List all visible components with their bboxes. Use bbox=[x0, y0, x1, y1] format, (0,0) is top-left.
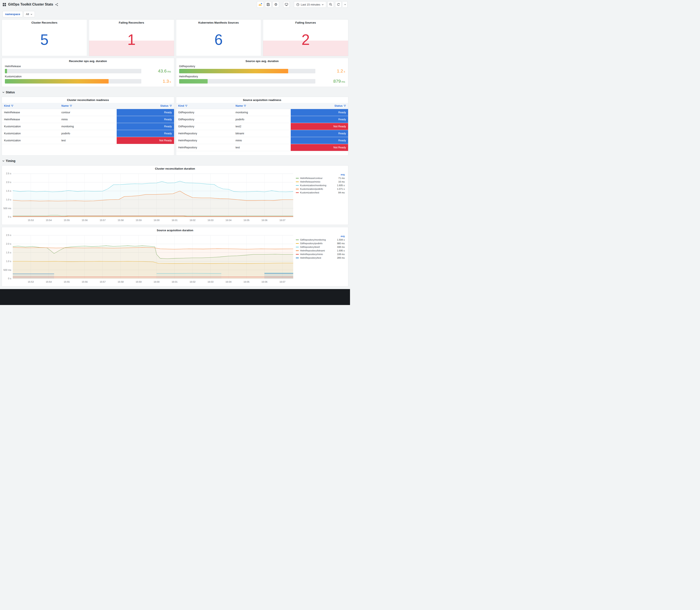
panel-reconciler-ops-duration: Reconciler ops avg. duration HelmRelease… bbox=[2, 58, 174, 87]
status-badge: Not Ready bbox=[117, 137, 174, 144]
time-range-picker[interactable]: Last 15 minutes bbox=[294, 1, 326, 7]
panel-failing-reconcilers: Failing Reconcilers 1 bbox=[89, 19, 174, 56]
timeseries-plot[interactable]: 0 s500 ms1.0 s1.5 s2.0 s2.5 s15:5315:541… bbox=[2, 233, 296, 284]
chevron-down-icon bbox=[30, 13, 33, 15]
svg-text:15:56: 15:56 bbox=[82, 280, 87, 283]
svg-text:15:57: 15:57 bbox=[100, 219, 105, 222]
column-header-name[interactable]: Name bbox=[59, 103, 117, 109]
panel-title[interactable]: Cluster reconciliation readiness bbox=[2, 97, 174, 103]
legend-item[interactable]: GitRepository/monitoring1.594 s bbox=[296, 238, 345, 242]
svg-text:2.5 s: 2.5 s bbox=[6, 172, 12, 175]
zoom-out-button[interactable] bbox=[327, 1, 334, 7]
legend-item[interactable]: Kustomization/monitoring1.605 s bbox=[296, 183, 345, 187]
section-row-status[interactable]: Status bbox=[2, 90, 348, 95]
settings-gear-button[interactable]: ⚙ bbox=[273, 1, 279, 7]
table-row: KustomizationpodinfoReady bbox=[2, 130, 174, 137]
refresh-button[interactable] bbox=[335, 1, 342, 7]
save-dashboard-button[interactable] bbox=[265, 1, 271, 7]
legend-item[interactable]: GitRepository/test2338 ms bbox=[296, 245, 345, 249]
gauge-label: HelmRepository bbox=[179, 75, 345, 78]
share-icon[interactable] bbox=[55, 3, 58, 6]
svg-text:16:06: 16:06 bbox=[261, 219, 267, 222]
column-header-kind[interactable]: Kind bbox=[176, 103, 233, 109]
variable-namespace-label[interactable]: namespace bbox=[2, 11, 23, 17]
variable-namespace-value[interactable]: All bbox=[23, 11, 35, 17]
panel-title[interactable]: Source acquisition readiness bbox=[176, 97, 348, 103]
chart-legend: avgHelmRelease/contour71 msHelmRelease/m… bbox=[296, 172, 347, 223]
series-color-mark bbox=[296, 240, 299, 240]
status-badge: Ready bbox=[117, 109, 174, 116]
panel-title[interactable]: Cluster reconciliation duration bbox=[2, 165, 348, 172]
status-badge: Ready bbox=[117, 123, 174, 130]
table-row: HelmRepositoryminioReady bbox=[176, 137, 348, 144]
dashboards-grid-icon[interactable] bbox=[2, 3, 6, 6]
legend-item[interactable]: Kustomization/podinfo1.071 s bbox=[296, 187, 345, 191]
add-panel-button[interactable] bbox=[257, 1, 264, 7]
table-row: HelmRepositorybitnamiReady bbox=[176, 130, 348, 137]
gauge-bar bbox=[5, 69, 7, 73]
section-title: Status bbox=[6, 91, 15, 94]
timeseries-plot[interactable]: 0 s500 ms1.0 s1.5 s2.0 s2.5 s15:5315:541… bbox=[2, 172, 296, 223]
legend-item[interactable]: HelmRepository/minio108 ms bbox=[296, 253, 345, 256]
filter-icon bbox=[70, 105, 72, 107]
column-header-status[interactable]: Status bbox=[291, 103, 348, 109]
svg-text:16:05: 16:05 bbox=[244, 219, 249, 222]
chart-legend: avgGitRepository/monitoring1.594 sGitRep… bbox=[296, 233, 347, 284]
series-name: HelmRepository/minio bbox=[300, 253, 323, 256]
legend-item[interactable]: HelmRelease/minio16 ms bbox=[296, 180, 345, 183]
series-avg-value: 84 ms bbox=[338, 191, 345, 194]
legend-item[interactable]: Kustomization/test84 ms bbox=[296, 191, 345, 194]
gauge-track bbox=[5, 69, 141, 73]
svg-text:16:07: 16:07 bbox=[279, 280, 286, 283]
table-row: GitRepositorypodinfoReady bbox=[176, 116, 348, 123]
panel-title[interactable]: Source ops avg. duration bbox=[176, 58, 348, 64]
legend-item[interactable]: HelmRepository/test289 ms bbox=[296, 256, 345, 260]
panel-title[interactable]: Source acquisition duration bbox=[2, 227, 348, 233]
gauge-track bbox=[179, 69, 315, 73]
svg-text:16:04: 16:04 bbox=[226, 219, 231, 222]
legend-item[interactable]: HelmRepository/bitnami1.695 s bbox=[296, 249, 345, 253]
series-name: GitRepository/test2 bbox=[300, 245, 320, 249]
table-row: KustomizationtestNot Ready bbox=[2, 137, 174, 144]
series-color-mark bbox=[296, 181, 299, 182]
legend-avg-header: avg bbox=[296, 235, 345, 237]
svg-text:16:04: 16:04 bbox=[226, 280, 231, 283]
legend-avg-header: avg bbox=[296, 173, 345, 176]
gauges-row: Reconciler ops avg. duration HelmRelease… bbox=[2, 58, 348, 87]
chevron-down-icon bbox=[2, 91, 5, 94]
gauge-row: Kustomization 1.3s bbox=[5, 75, 171, 84]
series-avg-value: 1.071 s bbox=[337, 187, 345, 191]
gear-icon: ⚙ bbox=[274, 3, 278, 6]
svg-text:2.5 s: 2.5 s bbox=[6, 234, 12, 237]
series-color-mark bbox=[296, 178, 299, 178]
legend-item[interactable]: GitRepository/podinfo980 ms bbox=[296, 242, 345, 245]
gauge-value: 879ms bbox=[318, 79, 345, 84]
column-header-kind[interactable]: Kind bbox=[2, 103, 59, 109]
series-color-mark bbox=[296, 258, 299, 258]
stat-value: 2 bbox=[263, 23, 348, 56]
column-header-status[interactable]: Status bbox=[117, 103, 174, 109]
panel-title[interactable]: Reconciler ops avg. duration bbox=[2, 58, 174, 64]
panel-source-acquisition-duration: Source acquisition duration 0 s500 ms1.0… bbox=[2, 227, 348, 287]
series-avg-value: 108 ms bbox=[337, 253, 345, 256]
status-badge: Not Ready bbox=[291, 144, 348, 151]
table-row: HelmReleaseminioReady bbox=[2, 116, 174, 123]
svg-text:16:01: 16:01 bbox=[172, 280, 177, 283]
legend-item[interactable]: HelmRelease/contour71 ms bbox=[296, 176, 345, 180]
column-header-name[interactable]: Name bbox=[233, 103, 291, 109]
status-badge: Ready bbox=[117, 130, 174, 137]
filter-icon bbox=[244, 105, 246, 107]
svg-text:15:54: 15:54 bbox=[46, 280, 52, 283]
cycle-view-monitor-button[interactable] bbox=[283, 1, 290, 7]
svg-text:15:59: 15:59 bbox=[135, 219, 142, 222]
status-badge: Ready bbox=[291, 116, 348, 123]
series-color-mark bbox=[296, 247, 299, 247]
gauge-bar bbox=[5, 79, 109, 83]
clock-icon bbox=[296, 3, 299, 6]
section-row-timing[interactable]: Timing bbox=[2, 158, 348, 164]
stat-value: 1 bbox=[89, 23, 174, 56]
svg-text:0 s: 0 s bbox=[8, 216, 11, 218]
panel-failing-sources: Failing Sources 2 bbox=[263, 19, 348, 56]
refresh-interval-caret[interactable] bbox=[343, 1, 347, 7]
svg-text:16:03: 16:03 bbox=[208, 219, 214, 222]
